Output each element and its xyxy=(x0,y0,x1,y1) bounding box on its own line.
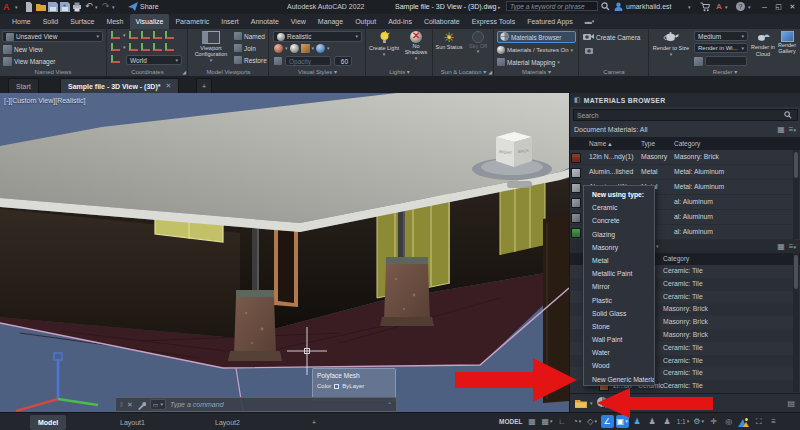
tab-annotate[interactable]: Annotate xyxy=(245,14,285,29)
restore-viewports-button[interactable]: Restore xyxy=(234,56,267,64)
keyword-search-input[interactable] xyxy=(506,1,598,11)
render-preset-dropdown[interactable]: Medium▾ xyxy=(694,31,748,41)
share-icon[interactable] xyxy=(128,2,138,13)
tab-express-tools[interactable]: Express Tools xyxy=(466,14,521,29)
create-material-caret-icon[interactable]: ▾ xyxy=(612,401,615,406)
layout2-tab[interactable]: Layout2 xyxy=(207,415,248,430)
column-category[interactable]: Category xyxy=(674,140,700,147)
annotation-scale-person-icon[interactable]: ♟ xyxy=(661,415,674,428)
menu-item-metal[interactable]: Metal xyxy=(584,254,654,267)
materials-browser-button[interactable]: Materials Browser xyxy=(497,31,576,43)
app-manager-icon[interactable]: A xyxy=(716,2,722,11)
tab-mesh[interactable]: Mesh xyxy=(100,14,129,29)
annotation-scale-value[interactable]: 1:1▾ xyxy=(676,415,691,428)
sky-off-button[interactable]: Sky Off▾ xyxy=(465,31,491,54)
panel-label-render[interactable]: Render ▾ xyxy=(650,68,800,76)
model-tab[interactable]: Model xyxy=(30,415,66,430)
render-output-field[interactable] xyxy=(705,56,747,66)
file-tab-start[interactable]: Start xyxy=(8,78,39,93)
menu-item-stone[interactable]: Stone xyxy=(584,320,654,333)
command-close-icon[interactable]: ✕ xyxy=(127,401,133,408)
grid-display-icon[interactable]: ▦ xyxy=(525,415,538,428)
annotation-monitor-icon[interactable]: ✛ xyxy=(707,415,720,428)
view-dropdown[interactable]: Unsaved View▾ xyxy=(2,31,103,42)
ortho-mode-icon[interactable]: ∟ xyxy=(556,415,569,428)
help-icon[interactable]: ? xyxy=(736,2,745,11)
annotation-autoscale-icon[interactable]: ♟ xyxy=(646,415,659,428)
new-layout-button[interactable]: + xyxy=(305,415,323,430)
create-light-button[interactable]: Create Light▾ xyxy=(369,31,399,57)
ucs-dropdown[interactable]: World▾ xyxy=(126,55,182,65)
render-in-cloud-button[interactable]: ☁ Render in Cloud xyxy=(751,31,775,57)
object-snap-icon[interactable]: ▣▾ xyxy=(616,415,629,428)
menu-item-plastic[interactable]: Plastic xyxy=(584,294,654,307)
panel-label-camera[interactable]: Camera xyxy=(580,68,648,76)
tab-insert[interactable]: Insert xyxy=(215,14,245,29)
menu-item-glazing[interactable]: Glazing xyxy=(584,228,654,241)
visual-style-dropdown[interactable]: Realistic▾ xyxy=(273,31,362,42)
tab-output[interactable]: Output xyxy=(349,14,382,29)
render-output-icon[interactable] xyxy=(694,57,703,66)
material-mapping-button[interactable]: Material Mapping▾ xyxy=(497,58,560,66)
ucs-world-row[interactable] xyxy=(111,55,120,63)
panel-label-materials[interactable]: Materials ▾ xyxy=(495,68,578,76)
menu-item-ceramic[interactable]: Ceramic xyxy=(584,201,654,214)
tab-home[interactable]: Home xyxy=(6,14,37,29)
material-row[interactable]: 12in N...ndy(1) Masonry Masonry: Brick xyxy=(570,150,794,165)
panel-label-named-views[interactable]: Named Views xyxy=(0,68,106,76)
create-material-icon[interactable] xyxy=(596,396,609,410)
menu-item-new-generic-material[interactable]: New Generic Material... xyxy=(584,373,654,386)
command-grip-icon[interactable]: ‖ xyxy=(120,401,123,408)
model-space-button[interactable]: MODEL xyxy=(498,415,523,428)
tab-visualize[interactable]: Visualize xyxy=(130,14,170,29)
sun-dialog-launcher-icon[interactable]: ◢ xyxy=(488,69,492,75)
customization-icon[interactable]: ≡ xyxy=(767,415,780,428)
tab-view[interactable]: View xyxy=(285,14,312,29)
tab-solid[interactable]: Solid xyxy=(37,14,65,29)
graphics-performance-icon[interactable] xyxy=(737,415,750,428)
menu-item-concrete[interactable]: Concrete xyxy=(584,214,654,227)
menu-item-wood[interactable]: Wood xyxy=(584,359,654,372)
menu-item-masonry[interactable]: Masonry xyxy=(584,241,654,254)
new-view-button[interactable]: New View xyxy=(3,45,43,54)
display-options-icon[interactable]: ▤ xyxy=(787,399,795,408)
app-manager-caret-icon[interactable]: ▾ xyxy=(725,5,728,10)
polar-tracking-icon[interactable]: ◔▾ xyxy=(571,415,584,428)
isometric-drafting-icon[interactable]: ◇▾ xyxy=(586,415,599,428)
menu-item-metallic-paint[interactable]: Metallic Paint xyxy=(584,267,654,280)
viewport-controls-label[interactable]: [-][Custom View][Realistic] xyxy=(4,97,86,104)
share-label[interactable]: Share xyxy=(140,3,159,10)
opacity-field[interactable]: Opacity xyxy=(285,56,331,66)
new-file-icon[interactable] xyxy=(24,2,34,13)
redo-icon[interactable]: ↷ xyxy=(102,1,110,11)
save-as-icon[interactable]: + xyxy=(60,2,70,13)
plot-icon[interactable] xyxy=(72,2,82,13)
menu-item-water[interactable]: Water xyxy=(584,346,654,359)
redo-caret-icon[interactable]: ▾ xyxy=(112,5,115,10)
osnap-tracking-icon[interactable]: ∠ xyxy=(601,415,614,428)
close-button[interactable]: ✕ xyxy=(786,1,799,13)
search-icon[interactable] xyxy=(601,2,610,12)
render-destination-dropdown[interactable]: Render in Wi...▾ xyxy=(694,43,748,53)
view-manager-button[interactable]: View Manager xyxy=(3,57,55,66)
tab-surface[interactable]: Surface xyxy=(64,14,100,29)
open-library-caret-icon[interactable]: ▾ xyxy=(590,401,593,406)
coordinates-dialog-launcher-icon[interactable]: ◢ xyxy=(182,69,186,75)
material-row[interactable]: Alumin...lished Metal Metal: Aluminum xyxy=(570,165,794,180)
library-dropdown-caret-icon[interactable]: ▾ xyxy=(656,244,659,249)
open-library-icon[interactable] xyxy=(575,398,587,409)
user-menu-caret-icon[interactable]: ▾ xyxy=(688,5,691,10)
panel-label-sun-location[interactable]: Sun & Location ▾ xyxy=(434,68,493,76)
palette-autohide-icon[interactable]: ◧ xyxy=(574,96,581,104)
opacity-icon[interactable] xyxy=(274,57,282,65)
tab-overflow-icon[interactable]: ▬▾ xyxy=(579,14,601,29)
autocad-logo-icon[interactable]: A xyxy=(3,2,10,12)
materials-search-input[interactable] xyxy=(573,109,798,121)
library-list-view-icon[interactable]: ≡▾ xyxy=(789,242,796,251)
menu-item-wall-paint[interactable]: Wall Paint xyxy=(584,333,654,346)
visual-style-quick-icons[interactable]: ▾ ▾ ▾ xyxy=(274,44,330,53)
sun-status-button[interactable]: ☀ Sun Status xyxy=(435,31,463,50)
join-viewports-button[interactable]: Join xyxy=(234,44,256,52)
render-to-size-button[interactable]: Render to Size▾ xyxy=(652,31,690,57)
panel-label-model-viewports[interactable]: Model Viewports xyxy=(189,68,268,76)
